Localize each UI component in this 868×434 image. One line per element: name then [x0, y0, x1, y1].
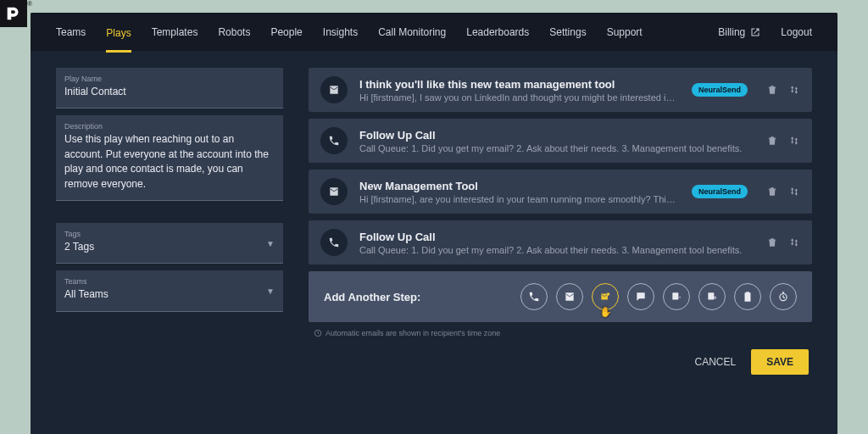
reorder-step-handle[interactable] — [788, 236, 800, 248]
top-nav: TeamsPlaysTemplatesRobotsPeopleInsightsC… — [31, 13, 837, 51]
timezone-note: Automatic emails are shown in recipient'… — [314, 329, 812, 337]
step-row[interactable]: I think you'll like this new team manage… — [309, 68, 812, 112]
email-icon — [320, 178, 348, 205]
nav-teams[interactable]: Teams — [56, 13, 86, 51]
add-email-button[interactable] — [556, 283, 583, 310]
play-name-field[interactable]: Play Name Initial Contact — [56, 68, 283, 108]
add-step-row: Add Another Step: ✋ — [309, 271, 812, 322]
app-window: TeamsPlaysTemplatesRobotsPeopleInsightsC… — [31, 13, 837, 434]
nav-templates[interactable]: Templates — [152, 13, 198, 51]
field-value: All Teams — [64, 287, 275, 302]
step-subtitle: Call Queue: 1. Did you get my email? 2. … — [359, 143, 748, 153]
field-value: Initial Contact — [64, 85, 275, 99]
cancel-button[interactable]: CANCEL — [695, 356, 737, 368]
add-task-link-button[interactable] — [698, 283, 726, 310]
field-label: Teams — [64, 277, 275, 286]
add-task-add-button[interactable] — [663, 283, 690, 310]
steps-panel: I think you'll like this new team manage… — [309, 68, 812, 375]
teams-select[interactable]: Teams All Teams ▼ — [56, 270, 283, 311]
add-clock-button[interactable] — [770, 283, 797, 310]
nav-leaderboards[interactable]: Leaderboards — [466, 13, 529, 51]
field-label: Tags — [64, 230, 275, 238]
phone-icon — [320, 127, 348, 154]
phone-icon — [320, 229, 348, 256]
chevron-down-icon: ▼ — [266, 287, 275, 296]
nav-call-monitoring[interactable]: Call Monitoring — [378, 13, 446, 51]
description-field[interactable]: Description Use this play when reaching … — [56, 115, 283, 201]
nav-robots[interactable]: Robots — [218, 13, 250, 51]
external-link-icon — [750, 27, 760, 37]
nav-plays[interactable]: Plays — [106, 14, 131, 53]
delete-step-button[interactable] — [766, 236, 778, 248]
footer-actions: CANCEL SAVE — [309, 349, 812, 375]
step-subtitle: Call Queue: 1. Did you get my email? 2. … — [359, 245, 748, 255]
email-icon — [320, 76, 348, 103]
field-label: Play Name — [64, 75, 275, 83]
add-step-label: Add Another Step: — [324, 291, 420, 303]
step-title: Follow Up Call — [359, 129, 748, 142]
add-chat-button[interactable] — [627, 283, 654, 310]
reorder-step-handle[interactable] — [788, 84, 800, 96]
step-row[interactable]: Follow Up Call Call Queue: 1. Did you ge… — [309, 220, 812, 264]
step-title: Follow Up Call — [359, 231, 748, 243]
nav-settings[interactable]: Settings — [549, 13, 586, 51]
brand-logo — [0, 0, 27, 27]
nav-insights[interactable]: Insights — [323, 13, 358, 51]
step-row[interactable]: New Management Tool Hi [firstname], are … — [309, 170, 812, 214]
nav-billing[interactable]: Billing — [718, 26, 760, 38]
nav-people[interactable]: People — [270, 13, 302, 51]
step-title: New Management Tool — [359, 180, 680, 192]
add-phone-button[interactable] — [520, 283, 548, 310]
svg-rect-2 — [708, 292, 714, 299]
nav-logout[interactable]: Logout — [781, 26, 812, 38]
step-row[interactable]: Follow Up Call Call Queue: 1. Did you ge… — [309, 119, 812, 163]
reorder-step-handle[interactable] — [788, 135, 800, 147]
svg-rect-1 — [672, 292, 678, 299]
svg-point-0 — [607, 292, 610, 296]
field-value: Use this play when reaching out to an ac… — [64, 132, 275, 192]
delete-step-button[interactable] — [766, 135, 778, 147]
tags-select[interactable]: Tags 2 Tags ▼ — [56, 223, 283, 264]
add-smart-email-button[interactable]: ✋ — [592, 283, 619, 310]
chevron-down-icon: ▼ — [266, 238, 275, 248]
step-subtitle: Hi [firstname], I saw you on LinkedIn an… — [359, 92, 680, 103]
registered-mark: ® — [27, 0, 32, 8]
delete-step-button[interactable] — [766, 84, 778, 96]
save-button[interactable]: SAVE — [751, 349, 809, 375]
step-subtitle: Hi [firstname], are you interested in yo… — [359, 194, 680, 204]
delete-step-button[interactable] — [766, 186, 778, 198]
nav-support[interactable]: Support — [607, 13, 643, 51]
sidebar-form: Play Name Initial Contact Description Us… — [56, 68, 283, 375]
step-title: I think you'll like this new team manage… — [359, 78, 680, 91]
clock-icon — [314, 329, 322, 337]
svg-point-3 — [714, 297, 715, 298]
cursor-icon: ✋ — [599, 306, 612, 318]
reorder-step-handle[interactable] — [788, 186, 800, 198]
add-clipboard-button[interactable] — [734, 283, 761, 310]
field-label: Description — [64, 122, 275, 131]
neuralsend-badge: NeuralSend — [692, 185, 748, 198]
neuralsend-badge: NeuralSend — [692, 83, 748, 97]
field-value: 2 Tags — [64, 240, 275, 254]
